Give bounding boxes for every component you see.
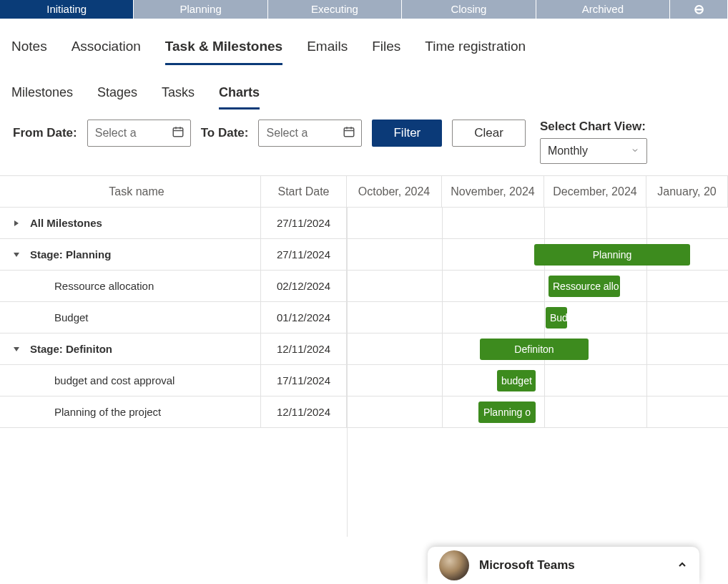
teams-popup[interactable]: Microsoft Teams [428, 547, 699, 584]
timeline-cell: Planning [347, 239, 728, 270]
calendar-icon [172, 125, 185, 141]
subtab-milestones[interactable]: Milestones [11, 85, 73, 110]
svg-marker-10 [14, 347, 19, 351]
start-date-cell: 17/11/2024 [261, 365, 347, 396]
timeline-cell: Bud [347, 302, 728, 333]
svg-marker-9 [14, 253, 19, 257]
gantt-bar[interactable]: Definiton [480, 339, 589, 360]
avatar [439, 550, 469, 580]
timeline-cell: Ressource allo [347, 271, 728, 301]
gantt-bar[interactable]: Planning [534, 244, 690, 266]
task-name-text: Ressource allocation [54, 280, 154, 292]
timeline-cell: Definiton [347, 334, 728, 364]
gantt-row: All Milestones27/11/2024 [0, 208, 728, 239]
tab-time-registration[interactable]: Time registration [425, 39, 526, 65]
task-name-cell: All Milestones [0, 208, 261, 238]
gantt-bar[interactable]: budget [497, 370, 536, 391]
filter-bar: From Date: Select a To Date: Select a Fi… [0, 110, 728, 171]
from-date-placeholder: Select a [95, 127, 137, 140]
stage-tab-closing[interactable]: Closing [402, 0, 535, 19]
gantt-row: Ressource allocation02/12/2024Ressource … [0, 271, 728, 302]
tab-emails[interactable]: Emails [307, 39, 348, 65]
gantt-row: Stage: Definiton12/11/2024Definiton [0, 334, 728, 365]
caret-down-icon[interactable] [13, 251, 23, 258]
gantt-row: Planning of the project12/11/2024Plannin… [0, 396, 728, 428]
from-date-input[interactable]: Select a [87, 120, 191, 147]
stage-tab-executing[interactable]: Executing [268, 0, 401, 19]
task-name-text: budget and cost approval [54, 374, 174, 386]
to-date-input[interactable]: Select a [258, 120, 362, 147]
start-date-cell: 12/11/2024 [261, 396, 347, 427]
task-name-text: Stage: Definiton [30, 343, 112, 355]
header-task-name: Task name [0, 176, 261, 207]
month-col-jan: January, 20 [646, 176, 728, 207]
chart-view-dropdown[interactable]: Monthly [540, 138, 647, 164]
header-start-date: Start Date [261, 176, 347, 207]
chevron-down-icon [631, 145, 639, 157]
task-name-text: Stage: Planning [30, 248, 111, 261]
subtab-charts[interactable]: Charts [219, 85, 260, 110]
stage-tab-initiating[interactable]: Initiating [0, 0, 133, 19]
gantt-bar[interactable]: Bud [546, 307, 567, 328]
task-name-text: All Milestones [30, 217, 102, 229]
task-name-cell: Stage: Definiton [0, 334, 261, 364]
task-name-cell: Budget [0, 302, 261, 333]
stage-tab-planning[interactable]: Planning [134, 0, 267, 19]
stage-tab-archived[interactable]: Archived [536, 0, 669, 19]
gantt-row: budget and cost approval17/11/2024budget [0, 365, 728, 396]
month-col-oct: October, 2024 [347, 176, 442, 207]
timeline-cell [347, 208, 728, 238]
teams-title: Microsoft Teams [479, 558, 666, 573]
start-date-cell: 12/11/2024 [261, 334, 347, 364]
chart-view-label: Select Chart View: [540, 120, 647, 134]
to-date-label: To Date: [201, 120, 249, 147]
caret-right-icon[interactable] [13, 220, 23, 227]
task-name-cell: Ressource allocation [0, 271, 261, 301]
task-name-cell: Planning of the project [0, 396, 261, 427]
calendar-icon [343, 125, 355, 141]
chevron-up-icon [677, 559, 688, 573]
stage-tab-collapse[interactable]: ⊖ [670, 0, 727, 19]
timeline-cell: Planning o [347, 396, 728, 427]
start-date-cell: 27/11/2024 [261, 239, 347, 270]
task-name-text: Planning of the project [54, 406, 161, 418]
tab-files[interactable]: Files [372, 39, 400, 65]
task-name-text: Budget [54, 311, 89, 323]
task-name-cell: budget and cost approval [0, 365, 261, 396]
from-date-label: From Date: [13, 120, 77, 147]
gantt-bar[interactable]: Planning o [478, 402, 536, 423]
subtab-tasks[interactable]: Tasks [162, 85, 195, 110]
gantt-header: Task name Start Date October, 2024 Novem… [0, 176, 728, 208]
start-date-cell: 01/12/2024 [261, 302, 347, 333]
gantt-chart: Task name Start Date October, 2024 Novem… [0, 175, 728, 537]
task-name-cell: Stage: Planning [0, 239, 261, 270]
svg-rect-4 [345, 128, 355, 137]
chart-view-value: Monthly [548, 145, 588, 157]
to-date-placeholder: Select a [266, 127, 308, 140]
stage-tabs-bar: Initiating Planning Executing Closing Ar… [0, 0, 728, 19]
start-date-cell: 27/11/2024 [261, 208, 347, 238]
caret-down-icon[interactable] [13, 346, 23, 353]
filter-button[interactable]: Filter [372, 120, 442, 147]
month-col-nov: November, 2024 [442, 176, 544, 207]
start-date-cell: 02/12/2024 [261, 271, 347, 301]
svg-rect-0 [173, 128, 183, 137]
subtab-stages[interactable]: Stages [97, 85, 137, 110]
clear-button[interactable]: Clear [452, 120, 526, 147]
tab-notes[interactable]: Notes [11, 39, 47, 65]
main-tabs: Notes Association Task & Milestones Emai… [0, 19, 728, 65]
gantt-bar[interactable]: Ressource allo [549, 276, 620, 297]
gantt-row: Stage: Planning27/11/2024Planning [0, 239, 728, 271]
svg-marker-8 [14, 220, 19, 226]
gantt-row: Budget01/12/2024Bud [0, 302, 728, 334]
timeline-cell: budget [347, 365, 728, 396]
tab-association[interactable]: Association [72, 39, 141, 65]
tab-task-milestones[interactable]: Task & Milestones [165, 39, 282, 65]
gantt-body: All Milestones27/11/2024Stage: Planning2… [0, 208, 728, 537]
sub-tabs: Milestones Stages Tasks Charts [0, 65, 728, 110]
month-col-dec: December, 2024 [544, 176, 646, 207]
